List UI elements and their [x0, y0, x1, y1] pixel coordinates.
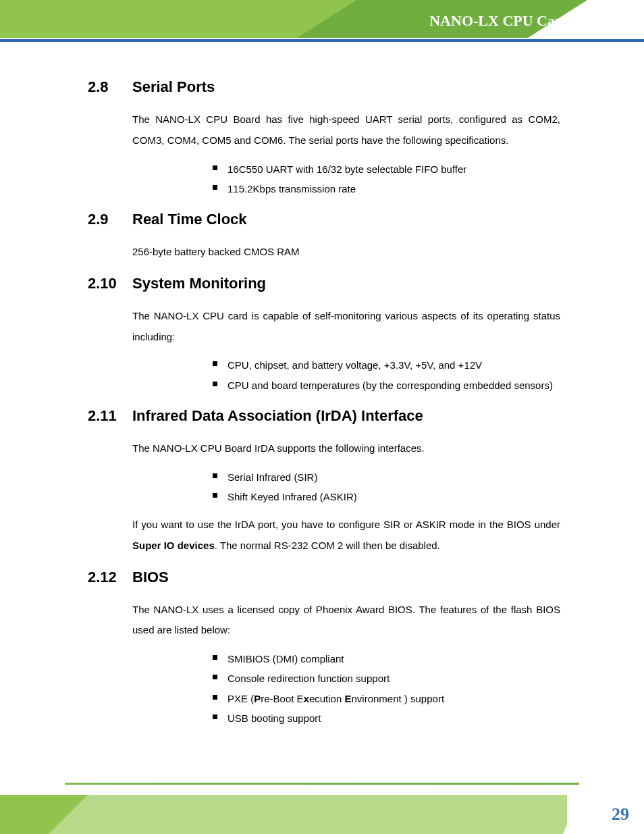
paragraph: The NANO-LX CPU Board IrDA supports the … [132, 438, 560, 459]
text-run: re-Boot E [261, 693, 303, 704]
section-system-monitoring: 2.10System Monitoring The NANO-LX CPU ca… [88, 275, 560, 395]
section-number: 2.8 [88, 78, 132, 96]
list-item: Shift Keyed Infrared (ASKIR) [213, 487, 560, 506]
page-number: 29 [612, 804, 629, 825]
text-run: ecution [309, 693, 345, 704]
text-bold: Super IO devices [132, 540, 215, 551]
list-item: PXE (Pre-Boot Execution Environment ) su… [213, 689, 560, 708]
heading-2-11: 2.11Infrared Data Association (IrDA) Int… [88, 407, 560, 425]
section-title: Real Time Clock [132, 211, 247, 228]
heading-2-10: 2.10System Monitoring [88, 275, 560, 292]
list-item: Serial Infrared (SIR) [213, 467, 560, 487]
text-run: . The normal RS-232 COM 2 will then be d… [215, 540, 440, 551]
text-run: nvironment ) support [351, 693, 444, 704]
text-bold: x [304, 693, 309, 704]
bullet-list: CPU, chipset, and battery voltage, +3.3V… [213, 355, 560, 395]
paragraph: 256-byte battery backed CMOS RAM [132, 242, 560, 263]
bullet-list: Serial Infrared (SIR) Shift Keyed Infrar… [213, 467, 560, 507]
text-bold: E [344, 693, 351, 704]
text-run: If you want to use the IrDA port, you ha… [132, 519, 560, 530]
list-item: SMIBIOS (DMI) compliant [213, 649, 560, 669]
page-footer: 29 [0, 795, 644, 834]
paragraph: The NANO-LX CPU Board has five high-spee… [132, 109, 560, 151]
text-bold: P [254, 693, 261, 704]
section-real-time-clock: 2.9Real Time Clock 256-byte battery back… [88, 211, 560, 263]
list-item: 115.2Kbps transmission rate [213, 179, 560, 199]
paragraph: The NANO-LX uses a licensed copy of Phoe… [132, 600, 560, 642]
page-content: 2.8Serial Ports The NANO-LX CPU Board ha… [88, 68, 560, 740]
heading-2-9: 2.9Real Time Clock [88, 211, 560, 228]
section-number: 2.10 [88, 275, 132, 292]
paragraph: The NANO-LX CPU card is capable of self-… [132, 306, 560, 348]
footer-bar-light [0, 795, 567, 834]
section-title: Infrared Data Association (IrDA) Interfa… [132, 407, 423, 424]
text-run: PXE ( [227, 693, 254, 704]
list-item: Console redirection function support [213, 669, 560, 688]
section-serial-ports: 2.8Serial Ports The NANO-LX CPU Board ha… [88, 78, 560, 199]
footer-rule [65, 783, 579, 785]
page-header: NANO-LX CPU Card [0, 0, 644, 38]
bullet-list: SMIBIOS (DMI) compliant Console redirect… [213, 649, 560, 728]
section-number: 2.9 [88, 211, 132, 228]
section-number: 2.11 [88, 407, 132, 425]
page-number-wedge: 29 [563, 795, 644, 834]
section-title: Serial Ports [132, 78, 215, 95]
list-item: CPU and board temperatures (by the corre… [213, 375, 560, 395]
section-title: System Monitoring [132, 275, 266, 292]
list-item: 16C550 UART with 16/32 byte selectable F… [213, 159, 560, 179]
list-item: CPU, chipset, and battery voltage, +3.3V… [213, 355, 560, 375]
document-title: NANO-LX CPU Card [429, 12, 570, 30]
section-irda-interface: 2.11Infrared Data Association (IrDA) Int… [88, 407, 560, 556]
heading-2-8: 2.8Serial Ports [88, 78, 560, 96]
section-title: BIOS [132, 569, 169, 585]
list-item: USB booting support [213, 708, 560, 728]
paragraph: If you want to use the IrDA port, you ha… [132, 515, 560, 556]
section-number: 2.12 [88, 569, 132, 586]
heading-2-12: 2.12BIOS [88, 569, 560, 586]
bullet-list: 16C550 UART with 16/32 byte selectable F… [213, 159, 560, 199]
section-bios: 2.12BIOS The NANO-LX uses a licensed cop… [88, 569, 560, 729]
